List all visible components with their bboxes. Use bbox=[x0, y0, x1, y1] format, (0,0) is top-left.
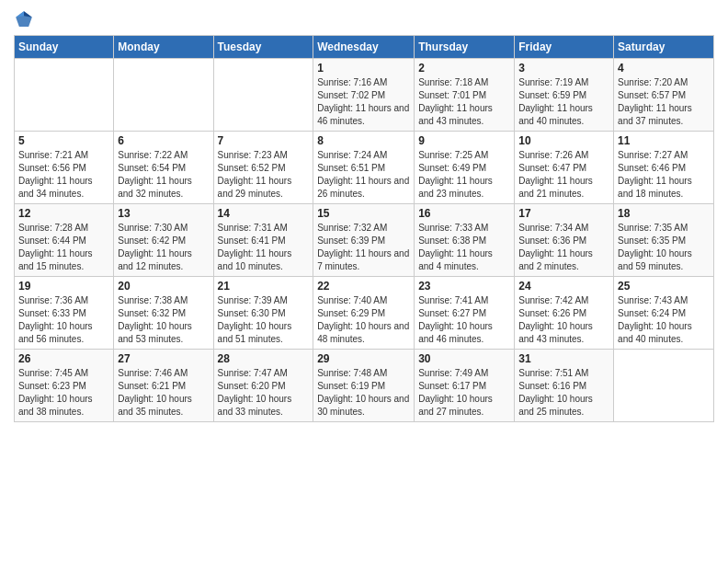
day-number: 20 bbox=[118, 280, 209, 293]
calendar-cell: 30Sunrise: 7:49 AM Sunset: 6:17 PM Dayli… bbox=[415, 350, 515, 422]
day-number: 23 bbox=[418, 280, 510, 293]
calendar-cell: 8Sunrise: 7:24 AM Sunset: 6:51 PM Daylig… bbox=[313, 132, 415, 204]
calendar-cell: 13Sunrise: 7:30 AM Sunset: 6:42 PM Dayli… bbox=[114, 204, 213, 277]
calendar-cell: 17Sunrise: 7:34 AM Sunset: 6:36 PM Dayli… bbox=[515, 204, 614, 277]
day-info: Sunrise: 7:32 AM Sunset: 6:39 PM Dayligh… bbox=[317, 222, 410, 273]
day-info: Sunrise: 7:47 AM Sunset: 6:20 PM Dayligh… bbox=[218, 367, 310, 419]
day-info: Sunrise: 7:46 AM Sunset: 6:21 PM Dayligh… bbox=[118, 367, 209, 419]
calendar-cell bbox=[614, 350, 714, 422]
calendar-week-row: 1Sunrise: 7:16 AM Sunset: 7:02 PM Daylig… bbox=[15, 59, 714, 132]
calendar-cell: 26Sunrise: 7:45 AM Sunset: 6:23 PM Dayli… bbox=[15, 350, 114, 422]
calendar-week-row: 12Sunrise: 7:28 AM Sunset: 6:44 PM Dayli… bbox=[15, 204, 714, 277]
day-number: 5 bbox=[18, 134, 109, 147]
day-info: Sunrise: 7:16 AM Sunset: 7:02 PM Dayligh… bbox=[317, 76, 410, 128]
day-info: Sunrise: 7:48 AM Sunset: 6:19 PM Dayligh… bbox=[317, 367, 410, 419]
day-number: 11 bbox=[618, 134, 710, 147]
day-number: 25 bbox=[618, 280, 710, 293]
day-number: 7 bbox=[218, 134, 310, 147]
weekday-header-thursday: Thursday bbox=[415, 36, 515, 59]
calendar-cell bbox=[15, 59, 114, 132]
day-number: 31 bbox=[518, 352, 609, 365]
calendar-cell: 14Sunrise: 7:31 AM Sunset: 6:41 PM Dayli… bbox=[213, 204, 313, 277]
weekday-header-row: SundayMondayTuesdayWednesdayThursdayFrid… bbox=[15, 36, 714, 59]
calendar-cell bbox=[213, 59, 313, 132]
calendar-cell: 15Sunrise: 7:32 AM Sunset: 6:39 PM Dayli… bbox=[313, 204, 415, 277]
calendar-week-row: 26Sunrise: 7:45 AM Sunset: 6:23 PM Dayli… bbox=[15, 350, 714, 422]
calendar-cell: 25Sunrise: 7:43 AM Sunset: 6:24 PM Dayli… bbox=[614, 277, 714, 350]
calendar-cell: 6Sunrise: 7:22 AM Sunset: 6:54 PM Daylig… bbox=[114, 132, 213, 204]
calendar-cell: 24Sunrise: 7:42 AM Sunset: 6:26 PM Dayli… bbox=[515, 277, 614, 350]
day-info: Sunrise: 7:42 AM Sunset: 6:26 PM Dayligh… bbox=[518, 294, 609, 346]
day-number: 19 bbox=[18, 280, 109, 293]
day-number: 22 bbox=[317, 280, 410, 293]
day-info: Sunrise: 7:41 AM Sunset: 6:27 PM Dayligh… bbox=[418, 294, 510, 346]
day-info: Sunrise: 7:51 AM Sunset: 6:16 PM Dayligh… bbox=[518, 367, 609, 419]
calendar-cell: 19Sunrise: 7:36 AM Sunset: 6:33 PM Dayli… bbox=[15, 277, 114, 350]
day-number: 8 bbox=[317, 134, 410, 147]
day-info: Sunrise: 7:22 AM Sunset: 6:54 PM Dayligh… bbox=[118, 149, 209, 201]
calendar-week-row: 19Sunrise: 7:36 AM Sunset: 6:33 PM Dayli… bbox=[15, 277, 714, 350]
calendar-cell: 2Sunrise: 7:18 AM Sunset: 7:01 PM Daylig… bbox=[415, 59, 515, 132]
calendar-table: SundayMondayTuesdayWednesdayThursdayFrid… bbox=[14, 35, 714, 422]
day-number: 12 bbox=[18, 207, 109, 220]
day-number: 14 bbox=[218, 207, 310, 220]
calendar-cell: 31Sunrise: 7:51 AM Sunset: 6:16 PM Dayli… bbox=[515, 350, 614, 422]
calendar-cell: 1Sunrise: 7:16 AM Sunset: 7:02 PM Daylig… bbox=[313, 59, 415, 132]
day-number: 28 bbox=[218, 352, 310, 365]
calendar-cell: 12Sunrise: 7:28 AM Sunset: 6:44 PM Dayli… bbox=[15, 204, 114, 277]
day-number: 10 bbox=[518, 134, 609, 147]
day-info: Sunrise: 7:33 AM Sunset: 6:38 PM Dayligh… bbox=[418, 222, 510, 273]
weekday-header-tuesday: Tuesday bbox=[213, 36, 313, 59]
weekday-header-monday: Monday bbox=[114, 36, 213, 59]
day-info: Sunrise: 7:30 AM Sunset: 6:42 PM Dayligh… bbox=[118, 222, 209, 273]
calendar-cell: 29Sunrise: 7:48 AM Sunset: 6:19 PM Dayli… bbox=[313, 350, 415, 422]
calendar-cell: 9Sunrise: 7:25 AM Sunset: 6:49 PM Daylig… bbox=[415, 132, 515, 204]
day-number: 15 bbox=[317, 207, 410, 220]
day-info: Sunrise: 7:27 AM Sunset: 6:46 PM Dayligh… bbox=[618, 149, 710, 201]
weekday-header-friday: Friday bbox=[515, 36, 614, 59]
day-number: 13 bbox=[118, 207, 209, 220]
day-info: Sunrise: 7:19 AM Sunset: 6:59 PM Dayligh… bbox=[518, 76, 609, 128]
calendar-cell: 20Sunrise: 7:38 AM Sunset: 6:32 PM Dayli… bbox=[114, 277, 213, 350]
day-number: 26 bbox=[18, 352, 109, 365]
day-number: 17 bbox=[518, 207, 609, 220]
day-info: Sunrise: 7:20 AM Sunset: 6:57 PM Dayligh… bbox=[618, 76, 710, 128]
day-info: Sunrise: 7:40 AM Sunset: 6:29 PM Dayligh… bbox=[317, 294, 410, 346]
calendar-week-row: 5Sunrise: 7:21 AM Sunset: 6:56 PM Daylig… bbox=[15, 132, 714, 204]
day-info: Sunrise: 7:23 AM Sunset: 6:52 PM Dayligh… bbox=[218, 149, 310, 201]
logo-icon bbox=[14, 9, 34, 29]
day-info: Sunrise: 7:26 AM Sunset: 6:47 PM Dayligh… bbox=[518, 149, 609, 201]
day-number: 18 bbox=[618, 207, 710, 220]
weekday-header-sunday: Sunday bbox=[15, 36, 114, 59]
day-number: 2 bbox=[418, 62, 510, 75]
day-info: Sunrise: 7:28 AM Sunset: 6:44 PM Dayligh… bbox=[18, 222, 109, 273]
calendar-cell: 7Sunrise: 7:23 AM Sunset: 6:52 PM Daylig… bbox=[213, 132, 313, 204]
day-info: Sunrise: 7:39 AM Sunset: 6:30 PM Dayligh… bbox=[218, 294, 310, 346]
day-info: Sunrise: 7:45 AM Sunset: 6:23 PM Dayligh… bbox=[18, 367, 109, 419]
day-number: 24 bbox=[518, 280, 609, 293]
calendar-cell bbox=[114, 59, 213, 132]
calendar-cell: 23Sunrise: 7:41 AM Sunset: 6:27 PM Dayli… bbox=[415, 277, 515, 350]
day-number: 3 bbox=[518, 62, 609, 75]
day-info: Sunrise: 7:49 AM Sunset: 6:17 PM Dayligh… bbox=[418, 367, 510, 419]
logo bbox=[14, 9, 38, 29]
calendar-cell: 28Sunrise: 7:47 AM Sunset: 6:20 PM Dayli… bbox=[213, 350, 313, 422]
day-info: Sunrise: 7:31 AM Sunset: 6:41 PM Dayligh… bbox=[218, 222, 310, 273]
day-number: 16 bbox=[418, 207, 510, 220]
calendar-cell: 4Sunrise: 7:20 AM Sunset: 6:57 PM Daylig… bbox=[614, 59, 714, 132]
calendar-cell: 22Sunrise: 7:40 AM Sunset: 6:29 PM Dayli… bbox=[313, 277, 415, 350]
calendar-cell: 18Sunrise: 7:35 AM Sunset: 6:35 PM Dayli… bbox=[614, 204, 714, 277]
day-info: Sunrise: 7:25 AM Sunset: 6:49 PM Dayligh… bbox=[418, 149, 510, 201]
day-number: 29 bbox=[317, 352, 410, 365]
day-info: Sunrise: 7:35 AM Sunset: 6:35 PM Dayligh… bbox=[618, 222, 710, 273]
calendar-cell: 5Sunrise: 7:21 AM Sunset: 6:56 PM Daylig… bbox=[15, 132, 114, 204]
day-number: 30 bbox=[418, 352, 510, 365]
calendar-cell: 3Sunrise: 7:19 AM Sunset: 6:59 PM Daylig… bbox=[515, 59, 614, 132]
day-info: Sunrise: 7:24 AM Sunset: 6:51 PM Dayligh… bbox=[317, 149, 410, 201]
weekday-header-saturday: Saturday bbox=[614, 36, 714, 59]
day-number: 6 bbox=[118, 134, 209, 147]
calendar-cell: 10Sunrise: 7:26 AM Sunset: 6:47 PM Dayli… bbox=[515, 132, 614, 204]
day-info: Sunrise: 7:18 AM Sunset: 7:01 PM Dayligh… bbox=[418, 76, 510, 128]
page-header bbox=[14, 9, 714, 29]
day-info: Sunrise: 7:36 AM Sunset: 6:33 PM Dayligh… bbox=[18, 294, 109, 346]
